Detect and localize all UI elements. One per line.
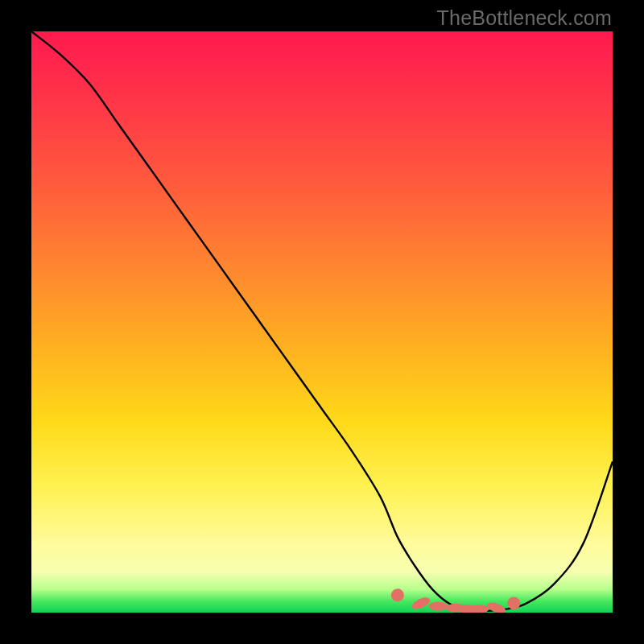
optimum-marker: [411, 595, 431, 611]
plot-area: [31, 31, 613, 613]
curve-layer: [31, 31, 613, 613]
optimum-marker: [428, 602, 448, 611]
bottleneck-curve: [31, 31, 613, 611]
watermark-text: TheBottleneck.com: [437, 6, 612, 30]
optimum-markers: [389, 586, 523, 613]
optimum-marker: [389, 586, 407, 604]
chart-frame: TheBottleneck.com: [0, 0, 644, 644]
